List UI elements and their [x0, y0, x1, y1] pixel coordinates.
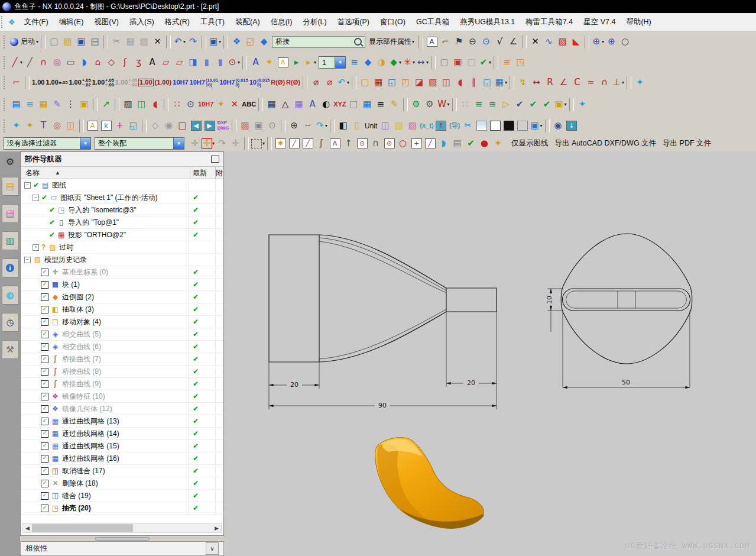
fit-h7-button[interactable]: 10H7 — [172, 75, 189, 90]
graphics-canvas[interactable]: 20 20 90 — [224, 151, 756, 556]
horizontal-scrollbar[interactable]: ◀ ▶ — [22, 523, 222, 533]
link-show-lines-only[interactable]: 仅显示图线 — [511, 138, 549, 148]
find-tolerance-button[interactable]: 10H7 — [197, 97, 214, 112]
splitter-grip[interactable] — [95, 537, 150, 541]
menu-insert[interactable]: 插入(S) — [124, 15, 160, 30]
break-line-button[interactable]: ◖ — [148, 97, 162, 112]
auto-balloon-button[interactable]: ▣ — [77, 97, 91, 112]
fit-h7-limits-button[interactable]: 10H7(10.0110) — [189, 75, 219, 90]
plus-button[interactable]: + — [113, 118, 126, 134]
sketch-line-button[interactable]: ╱▾ — [9, 55, 23, 70]
save-as-button[interactable]: ▣▾ — [208, 34, 222, 50]
close-curve-button[interactable]: ✕ — [528, 34, 542, 50]
snap-circle-button[interactable]: ⊙ — [382, 136, 396, 151]
feature-checkbox[interactable]: ✓ — [41, 318, 48, 326]
stop-sphere-button[interactable]: ● — [478, 136, 491, 151]
snap-endpoint-button[interactable]: ╱ — [287, 136, 301, 151]
combo-arrow-icon[interactable]: ▼ — [80, 138, 90, 149]
text-style-button[interactable]: A — [249, 55, 262, 70]
menu-xingkong[interactable]: 星空 V7.4 — [578, 15, 621, 30]
folder-open-button[interactable]: ▨ — [405, 118, 419, 134]
monitor-button[interactable]: ▣▾ — [530, 118, 543, 134]
edit-settings-button[interactable]: ✔▾ — [478, 55, 492, 70]
scroll-right-icon[interactable]: ▶ — [212, 525, 221, 531]
menu-edit[interactable]: 编辑(E) — [54, 15, 89, 30]
feature-checkbox[interactable]: ✓ — [41, 269, 48, 276]
section-hatch-button[interactable]: ▨ — [121, 97, 135, 112]
import-button[interactable]: ↑ — [434, 118, 448, 134]
menu-grip[interactable] — [1, 16, 5, 28]
paste-button[interactable]: ▧ — [137, 34, 151, 50]
dim-return-button[interactable]: ↶▾ — [336, 75, 350, 90]
toolbar-grip[interactable] — [4, 98, 7, 111]
menu-file[interactable]: 文件(F) — [19, 15, 54, 30]
text-arrow-button[interactable]: A — [306, 97, 319, 112]
menu-preferences[interactable]: 首选项(P) — [332, 15, 375, 30]
search-icon[interactable] — [354, 38, 362, 46]
edit-sheet-button[interactable]: ✎ — [50, 97, 64, 112]
dashed-circle-button[interactable]: ○ — [618, 34, 632, 50]
text-doc-button[interactable]: ≡ — [374, 97, 388, 112]
break-view-button[interactable]: ∥ — [467, 75, 481, 90]
tree-node-bridge-curve-9[interactable]: ✓ʃ桥接曲线 (9)✔ — [21, 378, 223, 390]
snap-midpoint-button[interactable]: ╱ — [301, 136, 314, 151]
view-table-button[interactable]: ▦▾ — [494, 75, 508, 90]
diameter2-button[interactable]: ⌀ — [323, 75, 336, 90]
new-file-button[interactable]: ▢ — [47, 34, 61, 50]
scrollbar-thumb[interactable] — [32, 524, 133, 532]
feature-checkbox[interactable]: ✓ — [41, 430, 48, 438]
layout-window3-button[interactable]: ▢ — [465, 55, 478, 70]
dim-frame-button[interactable]: ▣ — [252, 118, 265, 134]
abc-check-button[interactable]: ▣▾ — [554, 97, 567, 112]
tree-node-extract-body[interactable]: ✓◧抽取体 (3)✔ — [21, 303, 223, 316]
collapse-toggle-icon[interactable]: − — [24, 257, 31, 263]
menu-analysis[interactable]: 分析(L) — [297, 15, 332, 30]
combo-arrow-icon[interactable]: ▼ — [335, 57, 345, 68]
arc-length-dimension-button[interactable]: ∩ — [598, 75, 611, 90]
drawing-sheet-button[interactable]: ▤ — [9, 97, 23, 112]
tol-symmetric-button[interactable]: 1.00±.05 — [45, 75, 68, 90]
abc-note-button[interactable]: ABC — [241, 97, 257, 112]
feature-checkbox[interactable]: ✓ — [41, 418, 48, 425]
hatch-button[interactable]: ▨ — [556, 34, 569, 50]
collapse-toggle-icon[interactable]: − — [33, 195, 39, 201]
snap-quadrant-button[interactable]: ○ — [396, 136, 410, 151]
menu-gc-toolbox[interactable]: GC工具箱 — [411, 15, 455, 30]
zoom-bubble-button[interactable]: ⊙ — [479, 34, 493, 50]
xyz-point-button[interactable]: XYZ — [333, 97, 346, 112]
restore-panel-icon[interactable] — [211, 156, 219, 163]
snap-hand-button[interactable]: ✛ — [188, 136, 202, 151]
bridge-curve-button[interactable]: ∿ — [542, 34, 556, 50]
grid-note-button[interactable]: ▦ — [265, 97, 278, 112]
settings-list-button[interactable]: ⚙ — [410, 97, 423, 112]
print-button[interactable]: ▤ — [88, 34, 102, 50]
intersect-curve-button[interactable]: ʒ — [132, 55, 145, 70]
snap-point-button[interactable]: ✛▾ — [202, 136, 215, 151]
resize-view-button[interactable]: ◱ — [244, 34, 257, 50]
tree-node-block[interactable]: ✓■块 (1)✔ — [21, 279, 223, 291]
history-button[interactable]: ◷ — [2, 313, 19, 332]
bounded-plane-button[interactable]: ⌂ — [91, 55, 105, 70]
snap-center-button[interactable]: ⊙ — [355, 136, 369, 151]
snap-grab-button[interactable]: ✛ — [229, 136, 242, 151]
snap-rotate-button[interactable]: ↷ — [215, 136, 229, 151]
view-layers-button[interactable]: ≡ — [23, 97, 37, 112]
feature-checkbox[interactable]: ✓ — [41, 455, 48, 463]
info-window-button[interactable]: ◆ — [257, 34, 271, 50]
update-views-button[interactable]: ◱ — [481, 75, 494, 90]
gray-bg-button[interactable] — [516, 118, 530, 134]
annotation-note-button[interactable]: A — [425, 34, 439, 50]
tree-node-curve-mesh-14[interactable]: ✓▦通过曲线网格 (14)✔ — [21, 428, 223, 440]
tree-node-intersect-curve-5[interactable]: ✓◈相交曲线 (5)✔ — [21, 328, 223, 341]
menu-assemblies[interactable]: 装配(A) — [230, 15, 265, 30]
feature-checkbox[interactable]: ✓ — [41, 355, 48, 363]
line-button[interactable]: ╱ — [23, 55, 37, 70]
feature-checkbox[interactable]: ✓ — [41, 480, 48, 487]
image-a-button[interactable]: A — [86, 118, 99, 134]
tree-node-move-object[interactable]: ✓□移动对象 (4)✔ — [21, 316, 223, 328]
selection-scope-combo[interactable]: 整个装配 ▼ — [95, 137, 184, 150]
tree-node-sew-19[interactable]: ✓◫缝合 (19)✔ — [21, 490, 223, 502]
export-tray-button[interactable]: ↓ — [565, 118, 579, 134]
crosshair-button[interactable]: ⊕ — [287, 118, 301, 134]
weld-symbol-button[interactable]: W▾ — [437, 97, 450, 112]
